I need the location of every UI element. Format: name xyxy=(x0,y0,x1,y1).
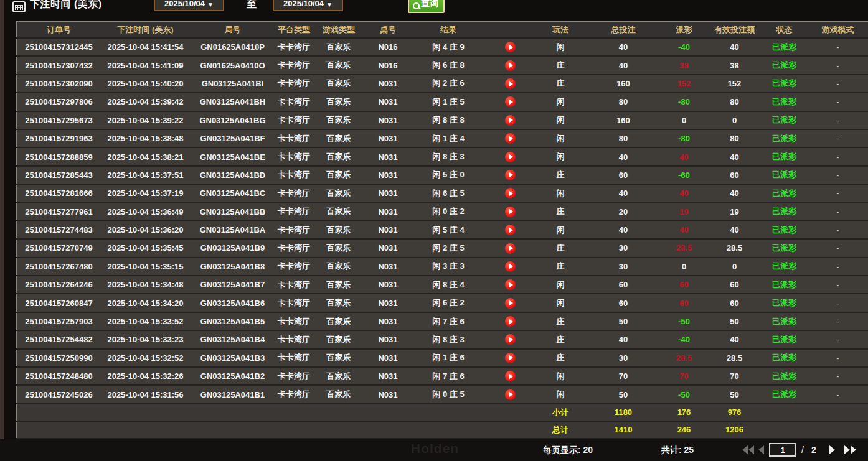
replay-icon[interactable] xyxy=(505,170,516,180)
date-from-value: 2025/10/04 xyxy=(164,0,205,8)
cell-status: 已派彩 xyxy=(762,93,807,111)
replay-icon[interactable] xyxy=(505,152,516,162)
cell-order: 251004157291963 xyxy=(17,129,100,147)
table-body: 2510041573124452025-10-04 15:41:54GN0162… xyxy=(17,38,868,439)
date-from-select[interactable]: 2025/10/04 ▼ xyxy=(154,0,224,11)
cell-status: 已派彩 xyxy=(762,56,807,74)
cell-total_bet: 160 xyxy=(586,111,661,129)
cell-valid_bet: 50 xyxy=(707,385,762,403)
cell-status: 已派彩 xyxy=(762,312,807,330)
cell-valid_bet: 60 xyxy=(707,276,762,294)
cell-valid_bet: 70 xyxy=(707,367,762,385)
cell-play xyxy=(485,184,535,202)
cell-time: 2025-10-04 15:32:52 xyxy=(100,349,191,367)
cell-result: 闲 8 庄 8 xyxy=(412,111,485,129)
cell-order: 251004157267480 xyxy=(17,258,100,276)
first-page-icon[interactable] xyxy=(742,445,754,454)
empty-cell xyxy=(364,404,412,421)
cell-table_no: N031 xyxy=(364,184,412,202)
cell-game_type: 百家乐 xyxy=(313,349,364,367)
cell-order: 251004157248480 xyxy=(17,367,100,385)
cell-result: 闲 0 庄 2 xyxy=(412,203,485,221)
cell-result: 闲 7 庄 6 xyxy=(412,312,485,330)
cell-platform: 卡卡湾厅 xyxy=(275,367,313,385)
cell-play xyxy=(485,367,535,385)
query-button[interactable]: 查询 xyxy=(408,0,445,13)
date-range-to-label: 至 xyxy=(247,0,257,11)
table-row: 2510041572919632025-10-04 15:38:48GN0312… xyxy=(17,129,868,147)
cell-valid_bet: 40 xyxy=(707,147,762,165)
replay-icon[interactable] xyxy=(505,316,516,327)
cell-order: 251004157260847 xyxy=(17,294,100,312)
replay-icon[interactable] xyxy=(505,353,516,363)
cell-bet: 闲 xyxy=(535,38,586,56)
replay-icon[interactable] xyxy=(505,115,516,126)
cell-game_type: 百家乐 xyxy=(313,330,364,348)
cell-round: GN03125A041B4 xyxy=(191,330,275,348)
replay-icon[interactable] xyxy=(505,188,516,198)
cell-platform: 卡卡湾厅 xyxy=(275,239,313,257)
cell-total_bet: 50 xyxy=(586,312,661,330)
replay-icon[interactable] xyxy=(505,133,516,144)
cell-play xyxy=(485,221,535,239)
cell-round: GN03125A041B8 xyxy=(191,258,275,276)
cell-bet: 闲 xyxy=(535,276,586,294)
cell-order: 251004157285443 xyxy=(17,166,100,184)
total-count-label: 共计: 25 xyxy=(661,445,694,456)
page-number-input[interactable] xyxy=(769,443,796,457)
page-separator: / xyxy=(801,445,804,455)
cell-status: 已派彩 xyxy=(762,239,807,257)
cell-payout: 60 xyxy=(661,294,707,312)
cell-game_type: 百家乐 xyxy=(313,111,364,129)
subtotal-row-total-bet: 1180 xyxy=(586,404,661,421)
table-row: 2510041572579032025-10-04 15:33:52GN0312… xyxy=(17,312,868,330)
cell-platform: 卡卡湾厅 xyxy=(275,75,313,93)
cell-total_bet: 30 xyxy=(586,349,661,367)
chevron-down-icon: ▼ xyxy=(207,1,214,8)
cell-play xyxy=(485,349,535,367)
cell-payout: 40 xyxy=(661,221,707,239)
replay-icon[interactable] xyxy=(505,42,516,52)
replay-icon[interactable] xyxy=(505,334,516,345)
replay-icon[interactable] xyxy=(505,243,516,254)
table-row: 2510041573124452025-10-04 15:41:54GN0162… xyxy=(17,38,868,56)
cell-round: GN03125A041B7 xyxy=(191,276,275,294)
replay-icon[interactable] xyxy=(505,298,516,309)
empty-cell xyxy=(100,421,191,439)
cell-payout: 40 xyxy=(661,147,707,165)
replay-icon[interactable] xyxy=(505,78,516,89)
cell-mode: - xyxy=(807,330,868,348)
cell-play xyxy=(485,111,535,129)
prev-page-icon[interactable] xyxy=(758,445,764,454)
cell-game_type: 百家乐 xyxy=(313,239,364,257)
empty-cell xyxy=(412,421,485,439)
empty-cell xyxy=(191,421,275,439)
replay-icon[interactable] xyxy=(505,60,516,71)
replay-icon[interactable] xyxy=(505,389,516,400)
empty-cell xyxy=(17,404,100,421)
empty-cell xyxy=(807,404,868,421)
cell-play xyxy=(485,203,535,221)
cell-time: 2025-10-04 15:39:22 xyxy=(100,111,191,129)
replay-icon[interactable] xyxy=(505,225,516,235)
replay-icon[interactable] xyxy=(505,261,516,272)
cell-platform: 卡卡湾厅 xyxy=(275,294,313,312)
replay-icon[interactable] xyxy=(505,371,516,381)
cell-order: 251004157257903 xyxy=(17,312,100,330)
replay-icon[interactable] xyxy=(505,279,516,290)
empty-cell xyxy=(485,421,535,439)
next-page-icon[interactable] xyxy=(829,445,835,454)
cell-time: 2025-10-04 15:33:23 xyxy=(100,330,191,348)
last-page-icon[interactable] xyxy=(844,445,856,454)
cell-platform: 卡卡湾厅 xyxy=(275,385,313,403)
cell-valid_bet: 80 xyxy=(707,129,762,147)
cell-order: 251004157250990 xyxy=(17,349,100,367)
replay-icon[interactable] xyxy=(505,96,516,107)
cell-result: 闲 4 庄 9 xyxy=(412,38,485,56)
cell-result: 闲 1 庄 6 xyxy=(412,349,485,367)
subtotal-row-payout: 176 xyxy=(661,404,707,421)
cell-table_no: N031 xyxy=(364,221,412,239)
date-to-select[interactable]: 2025/10/04 ▼ xyxy=(273,0,343,11)
replay-icon[interactable] xyxy=(505,207,516,217)
cell-order: 251004157274483 xyxy=(17,221,100,239)
